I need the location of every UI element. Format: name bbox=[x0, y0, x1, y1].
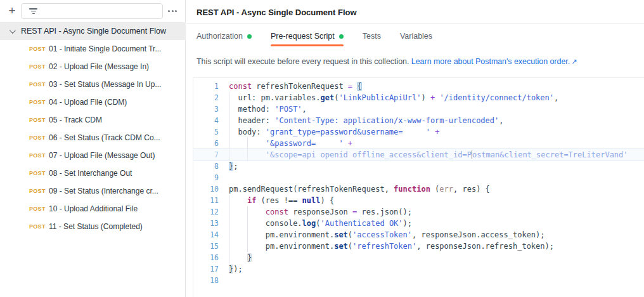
code-line[interactable]: 16 } bbox=[193, 252, 644, 263]
chevron-down-icon[interactable] bbox=[10, 27, 16, 34]
line-number: 13 bbox=[193, 218, 224, 229]
tab-authorization[interactable]: Authorization bbox=[196, 24, 252, 48]
sidebar-item-request[interactable]: POST11 - Set Status (Completed) bbox=[0, 218, 186, 235]
code-line[interactable]: 3 method: 'POST', bbox=[193, 103, 644, 115]
search-input[interactable] bbox=[42, 4, 159, 18]
request-name: 08 - Set Interchange Out bbox=[49, 169, 132, 178]
tab-description: This script will execute before every re… bbox=[196, 57, 577, 66]
line-number: 9 bbox=[193, 172, 224, 183]
line-number: 3 bbox=[193, 103, 224, 115]
sidebar-item-request[interactable]: POST05 - Track CDM bbox=[0, 111, 186, 129]
sidebar-item-request[interactable]: POST08 - Set Interchange Out bbox=[0, 164, 186, 182]
tab-label: Authorization bbox=[196, 32, 243, 41]
line-number: 17 bbox=[193, 263, 224, 275]
add-button[interactable]: + bbox=[5, 3, 19, 18]
method-badge: POST bbox=[29, 135, 46, 141]
sidebar-toolbar: + bbox=[0, 0, 185, 22]
code-line[interactable]: 11 if (res !== null) { bbox=[193, 195, 644, 206]
sidebar-item-request[interactable]: POST09 - Set Status (Interchange cr... bbox=[0, 182, 186, 200]
line-number: 4 bbox=[193, 115, 224, 126]
code-line-content: method: 'POST', bbox=[229, 103, 307, 115]
code-line-content: '&password= ' + bbox=[229, 138, 352, 149]
code-line[interactable]: 8}; bbox=[193, 161, 644, 172]
request-name: 04 - Upload File (CDM) bbox=[49, 98, 127, 107]
request-name: 09 - Set Status (Interchange cr... bbox=[49, 187, 158, 195]
code-line-content: } bbox=[229, 252, 252, 263]
line-number: 16 bbox=[193, 252, 224, 263]
code-line[interactable]: 13 console.log('Authenticated OK'); bbox=[193, 218, 644, 229]
line-number: 7 bbox=[193, 149, 224, 161]
execution-order-link[interactable]: Learn more about Postman's execution ord… bbox=[411, 57, 570, 66]
status-dot bbox=[339, 34, 344, 39]
method-badge: POST bbox=[29, 152, 46, 159]
code-line[interactable]: 9 bbox=[193, 172, 644, 183]
code-line[interactable]: 12 const responseJson = res.json(); bbox=[193, 206, 644, 218]
code-line[interactable]: 10pm.sendRequest(refreshTokenRequest, fu… bbox=[193, 183, 644, 195]
sidebar: + REST API - Async Single Document Flow … bbox=[0, 0, 186, 297]
tab-label: Variables bbox=[400, 32, 432, 41]
filter-icon bbox=[29, 8, 37, 15]
more-options-button[interactable] bbox=[167, 8, 178, 15]
sidebar-item-request[interactable]: POST07 - Upload File (Message Out) bbox=[0, 147, 186, 164]
code-line[interactable]: 14 pm.environment.set('accessToken', res… bbox=[193, 229, 644, 241]
code-line[interactable]: 15 pm.environment.set('refreshToken', re… bbox=[193, 241, 644, 252]
code-line[interactable]: 7 '&scope=api openid offline_access&clie… bbox=[193, 149, 644, 161]
line-number: 18 bbox=[193, 275, 224, 286]
code-line-content: if (res !== null) { bbox=[229, 195, 334, 206]
method-badge: POST bbox=[29, 188, 46, 194]
method-badge: POST bbox=[29, 117, 46, 123]
line-number: 1 bbox=[193, 81, 224, 92]
description-text: This script will execute before every re… bbox=[196, 57, 411, 66]
tab-label: Tests bbox=[363, 32, 381, 41]
code-line[interactable]: 4 header: 'Content-Type: application/x-w… bbox=[193, 115, 644, 126]
sidebar-item-request[interactable]: POST10 - Upload Additional File bbox=[0, 200, 186, 218]
tab-pre-request-script[interactable]: Pre-request Script bbox=[271, 24, 344, 48]
line-number: 5 bbox=[193, 126, 224, 138]
request-name: 03 - Set Status (Message In Up... bbox=[49, 80, 161, 89]
collection-name: REST API - Async Single Document Flow bbox=[21, 27, 166, 36]
sidebar-item-request[interactable]: POST04 - Upload File (CDM) bbox=[0, 93, 186, 111]
sidebar-item-request[interactable]: POST06 - Set Status (Track CDM Co... bbox=[0, 129, 186, 147]
status-dot bbox=[247, 34, 252, 39]
code-line[interactable]: 17}); bbox=[193, 263, 644, 275]
code-line[interactable]: 2 url: pm.variables.get('LinkPublicApiUr… bbox=[193, 92, 644, 103]
more-horizontal-icon bbox=[168, 10, 170, 12]
method-badge: POST bbox=[29, 206, 46, 212]
tab-tests[interactable]: Tests bbox=[363, 24, 381, 48]
code-editor[interactable]: 1const refreshTokenRequest = {2 url: pm.… bbox=[193, 77, 644, 297]
line-number: 6 bbox=[193, 138, 224, 149]
code-line[interactable]: 5 body: 'grant_type=password&username= '… bbox=[193, 126, 644, 138]
request-name: 01 - Initiate Single Document Tr... bbox=[49, 44, 161, 53]
tab-variables[interactable]: Variables bbox=[400, 24, 432, 48]
code-line[interactable]: 1const refreshTokenRequest = { bbox=[193, 81, 644, 92]
code-line-content: '&scope=api openid offline_access&client… bbox=[229, 149, 628, 161]
request-name: 06 - Set Status (Track CDM Co... bbox=[49, 133, 160, 142]
method-badge: POST bbox=[29, 46, 46, 52]
line-number: 8 bbox=[193, 161, 224, 172]
sidebar-item-request[interactable]: POST03 - Set Status (Message In Up... bbox=[0, 76, 186, 93]
code-line[interactable]: 6 '&password= ' + bbox=[193, 138, 644, 149]
search-box[interactable] bbox=[21, 3, 163, 19]
main-panel: REST API - Async Single Document Flow Au… bbox=[186, 0, 644, 297]
sidebar-item-request[interactable]: POST01 - Initiate Single Document Tr... bbox=[0, 40, 186, 58]
tabs: AuthorizationPre-request ScriptTestsVari… bbox=[186, 24, 644, 48]
tab-label: Pre-request Script bbox=[271, 32, 335, 41]
method-badge: POST bbox=[29, 81, 46, 88]
code-line-content: const refreshTokenRequest = { bbox=[229, 81, 362, 92]
code-line-content: pm.sendRequest(refreshTokenRequest, func… bbox=[229, 183, 490, 195]
method-badge: POST bbox=[29, 99, 46, 105]
code-line-content: body: 'grant_type=password&username= ' + bbox=[229, 126, 439, 138]
code-line-content: url: pm.variables.get('LinkPublicApiUrl'… bbox=[229, 92, 558, 103]
method-badge: POST bbox=[29, 170, 46, 176]
line-number: 10 bbox=[193, 183, 224, 195]
code-line[interactable]: 18 bbox=[193, 275, 644, 286]
page-title: REST API - Async Single Document Flow bbox=[196, 8, 357, 17]
sidebar-item-request[interactable]: POST02 - Upload File (Message In) bbox=[0, 58, 186, 76]
line-number: 11 bbox=[193, 195, 224, 206]
title-row: REST API - Async Single Document Flow bbox=[186, 0, 644, 24]
collection-item[interactable]: REST API - Async Single Document Flow bbox=[0, 22, 186, 40]
request-name: 02 - Upload File (Message In) bbox=[49, 62, 149, 71]
code-line-content: pm.environment.set('accessToken', respon… bbox=[229, 229, 545, 241]
code-line-content: header: 'Content-Type: application/x-www… bbox=[229, 115, 504, 126]
external-link-icon: ↗ bbox=[571, 58, 577, 65]
